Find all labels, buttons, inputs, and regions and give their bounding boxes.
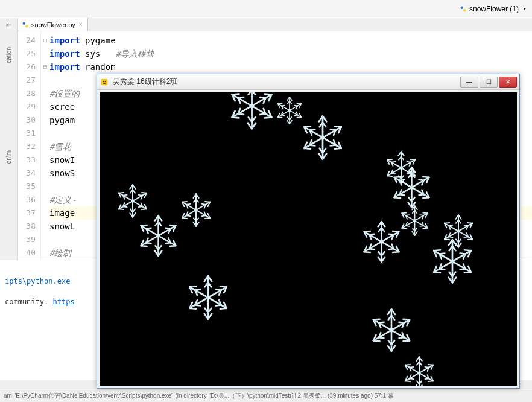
console-link[interactable]: https bbox=[52, 298, 74, 306]
line-number: 40 bbox=[18, 246, 36, 260]
snowflake bbox=[368, 307, 415, 354]
line-number: 39 bbox=[18, 233, 36, 246]
left-tool-gutter: ⇤ cation on\m bbox=[0, 18, 18, 260]
run-config-label[interactable]: snowFlower (1) bbox=[469, 5, 519, 13]
snowflake bbox=[299, 113, 347, 162]
line-number: 37 bbox=[18, 206, 36, 220]
snowflake bbox=[389, 165, 434, 210]
status-bar: am "E:\PyCharm代码\DaNeiEducation\venv\Scr… bbox=[0, 389, 532, 402]
line-number: 31 bbox=[18, 127, 36, 140]
svg-point-2 bbox=[23, 22, 26, 25]
line-number-gutter: 2425262728293031323334353637383940 bbox=[18, 31, 41, 260]
pygame-app-icon bbox=[100, 77, 109, 87]
left-panel-label-2[interactable]: on\m bbox=[4, 149, 13, 165]
line-number: 32 bbox=[18, 140, 36, 153]
left-panel-label[interactable]: cation bbox=[4, 46, 13, 65]
status-text: am "E:\PyCharm代码\DaNeiEducation\venv\Scr… bbox=[4, 392, 394, 400]
fold-gutter: ⊟ ⊟ bbox=[41, 31, 49, 260]
line-number: 33 bbox=[18, 153, 36, 167]
svg-point-3 bbox=[25, 25, 28, 28]
console-path: ipts\python.exe bbox=[5, 277, 70, 286]
line-number: 36 bbox=[18, 193, 36, 206]
close-icon[interactable]: × bbox=[78, 21, 84, 28]
snowflake bbox=[359, 219, 404, 264]
console-text: community. bbox=[5, 298, 52, 306]
snowflake bbox=[428, 237, 477, 286]
svg-rect-4 bbox=[101, 78, 108, 85]
snowflake bbox=[401, 355, 437, 386]
fold-icon[interactable]: ⊟ bbox=[41, 60, 49, 74]
line-number: 38 bbox=[18, 220, 36, 233]
snowflake bbox=[398, 204, 431, 237]
pygame-titlebar[interactable]: 吴秀柔 16级计科2班 — ☐ ✕ bbox=[97, 74, 519, 90]
pygame-canvas bbox=[100, 92, 517, 386]
svg-point-1 bbox=[463, 9, 466, 12]
line-number: 34 bbox=[18, 167, 36, 180]
main-toolbar: snowFlower (1) ▾ bbox=[0, 0, 532, 18]
pygame-window-title: 吴秀柔 16级计科2班 bbox=[113, 77, 459, 87]
chevron-down-icon[interactable]: ▾ bbox=[524, 6, 526, 11]
snowflake bbox=[226, 92, 277, 132]
pygame-window[interactable]: 吴秀柔 16级计科2班 — ☐ ✕ bbox=[97, 74, 520, 389]
line-number: 30 bbox=[18, 113, 36, 127]
maximize-button[interactable]: ☐ bbox=[480, 77, 498, 88]
svg-point-5 bbox=[103, 80, 104, 81]
snowflake bbox=[178, 192, 214, 228]
fold-icon[interactable]: ⊟ bbox=[41, 34, 49, 47]
line-number: 35 bbox=[18, 180, 36, 193]
line-number: 24 bbox=[18, 34, 36, 47]
line-number: 25 bbox=[18, 47, 36, 60]
snowflake bbox=[136, 213, 181, 258]
python-file-icon bbox=[22, 21, 29, 28]
snowflake bbox=[184, 273, 232, 322]
editor-tabs-bar: snowFlower.py × bbox=[18, 18, 532, 31]
line-number: 28 bbox=[18, 87, 36, 100]
python-run-icon bbox=[460, 5, 467, 13]
tab-snowflower[interactable]: snowFlower.py × bbox=[18, 18, 88, 31]
svg-point-6 bbox=[105, 80, 106, 81]
collapse-left-icon[interactable]: ⇤ bbox=[6, 21, 12, 29]
window-controls: — ☐ ✕ bbox=[459, 77, 517, 88]
close-button[interactable]: ✕ bbox=[499, 77, 517, 88]
tab-label: snowFlower.py bbox=[31, 21, 75, 28]
line-number: 26 bbox=[18, 60, 36, 74]
svg-point-0 bbox=[460, 6, 463, 9]
line-number: 29 bbox=[18, 100, 36, 113]
minimize-button[interactable]: — bbox=[460, 77, 478, 88]
line-number: 27 bbox=[18, 74, 36, 87]
